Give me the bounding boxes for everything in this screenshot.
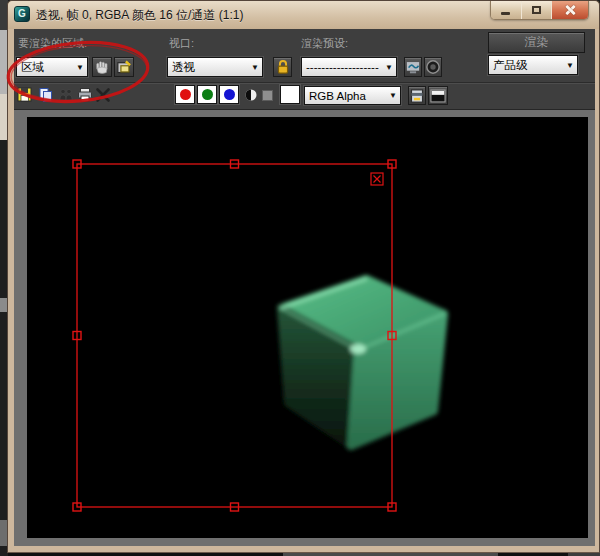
app-icon: G bbox=[14, 6, 30, 22]
red-channel-button[interactable] bbox=[175, 85, 195, 104]
clone-rendered-frame-button[interactable] bbox=[58, 87, 74, 103]
viewport-lock-button[interactable] bbox=[273, 57, 292, 77]
green-channel-icon bbox=[202, 89, 213, 100]
render-setup-button[interactable] bbox=[404, 57, 422, 77]
area-to-render-value: 区域 bbox=[17, 60, 73, 75]
chevron-down-icon: ▼ bbox=[563, 61, 577, 70]
clear-image-button[interactable] bbox=[95, 87, 111, 103]
minimize-icon bbox=[501, 12, 510, 15]
render-mode-value: 产品级 bbox=[489, 58, 563, 73]
viewport-dropdown[interactable]: 透视 ▼ bbox=[167, 57, 263, 77]
render-button[interactable]: 渲染 bbox=[488, 32, 585, 53]
chevron-down-icon: ▼ bbox=[382, 63, 396, 72]
rendered-frame-window: G 透视, 帧 0, RGBA 颜色 16 位/通道 (1:1) 要渲染的区域:… bbox=[7, 0, 600, 553]
channel-display-value: RGB Alpha bbox=[305, 90, 386, 102]
toolbar-separator bbox=[14, 82, 595, 84]
viewport-frame bbox=[14, 109, 595, 546]
save-channels-button[interactable] bbox=[408, 86, 426, 105]
chevron-down-icon: ▼ bbox=[386, 91, 400, 100]
layer-channels-icon bbox=[409, 88, 425, 104]
render-preset-dropdown[interactable]: ------------------- ▼ bbox=[301, 57, 397, 77]
minimize-button[interactable] bbox=[491, 1, 521, 20]
render-preset-label: 渲染预设: bbox=[301, 36, 348, 51]
copy-image-button[interactable] bbox=[38, 87, 54, 103]
edit-region-button[interactable] bbox=[114, 57, 134, 77]
lock-icon bbox=[275, 59, 291, 75]
render-mode-dropdown[interactable]: 产品级 ▼ bbox=[488, 55, 578, 75]
save-image-button[interactable] bbox=[17, 87, 33, 103]
red-channel-icon bbox=[180, 89, 191, 100]
toggle-ui-button[interactable] bbox=[428, 86, 448, 105]
hand-pan-icon bbox=[94, 59, 110, 75]
window-titlebar[interactable]: G 透视, 帧 0, RGBA 颜色 16 位/通道 (1:1) bbox=[8, 1, 599, 29]
green-cube bbox=[281, 279, 444, 446]
close-icon bbox=[564, 4, 576, 16]
viewport-value: 透视 bbox=[168, 60, 248, 75]
render-canvas bbox=[27, 117, 588, 538]
pixel-color-swatch[interactable] bbox=[280, 85, 300, 104]
render-setup-icon bbox=[405, 59, 421, 75]
chevron-down-icon: ▼ bbox=[248, 63, 262, 72]
maximize-icon bbox=[532, 6, 541, 14]
blue-channel-icon bbox=[224, 89, 235, 100]
close-button[interactable] bbox=[551, 1, 588, 20]
area-to-render-dropdown[interactable]: 区域 ▼ bbox=[16, 57, 88, 77]
monochrome-channel-button[interactable] bbox=[244, 88, 258, 102]
blue-channel-button[interactable] bbox=[219, 85, 239, 104]
maximize-button[interactable] bbox=[521, 1, 551, 20]
pan-region-button[interactable] bbox=[92, 57, 112, 77]
environment-effects-button[interactable] bbox=[424, 57, 442, 77]
edit-region-icon bbox=[116, 59, 132, 75]
area-to-render-label: 要渲染的区域: bbox=[18, 36, 87, 51]
green-channel-button[interactable] bbox=[197, 85, 217, 104]
viewport-label: 视口: bbox=[169, 36, 194, 51]
toggle-ui-icon bbox=[430, 88, 446, 104]
print-image-button[interactable] bbox=[77, 87, 93, 103]
render-image-area[interactable] bbox=[27, 117, 588, 538]
window-caption-buttons bbox=[490, 1, 589, 20]
environment-effects-icon bbox=[425, 59, 441, 75]
alpha-channel-button[interactable] bbox=[262, 90, 273, 101]
window-title: 透视, 帧 0, RGBA 颜色 16 位/通道 (1:1) bbox=[36, 7, 243, 24]
window-content: 要渲染的区域: 视口: 渲染预设: 渲染 产品级 ▼ 区域 ▼ bbox=[14, 29, 595, 546]
channel-display-dropdown[interactable]: RGB Alpha ▼ bbox=[304, 86, 401, 105]
render-preset-value: ------------------- bbox=[302, 61, 382, 73]
region-close-box[interactable] bbox=[371, 173, 383, 185]
chevron-down-icon: ▼ bbox=[73, 63, 87, 72]
